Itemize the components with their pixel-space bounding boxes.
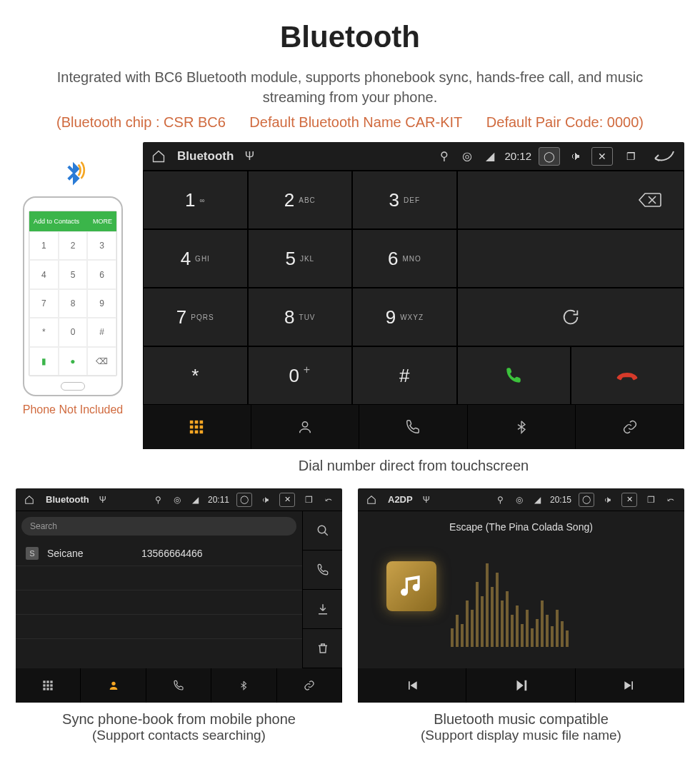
volume-icon[interactable]: 🕩 — [259, 493, 272, 506]
usb-icon: Ψ — [420, 493, 433, 506]
camera-icon[interactable]: ◯ — [236, 493, 252, 507]
svg-point-9 — [302, 422, 307, 427]
svg-point-20 — [111, 682, 115, 685]
contact-badge: S — [26, 547, 39, 560]
redial-button[interactable] — [457, 288, 684, 346]
key-6[interactable]: 6MNO — [352, 229, 457, 288]
svg-rect-15 — [47, 684, 49, 686]
dialer-clock: 20:12 — [504, 150, 531, 162]
nav-recents[interactable] — [146, 668, 211, 703]
bluetooth-icon: ⚲ — [494, 493, 507, 506]
svg-rect-2 — [200, 421, 204, 424]
svg-rect-16 — [51, 684, 53, 686]
nav-bluetooth[interactable] — [468, 405, 576, 449]
key-9[interactable]: 9WXYZ — [352, 288, 457, 346]
home-icon[interactable] — [23, 493, 36, 506]
nav-keypad[interactable] — [16, 668, 81, 703]
back-icon[interactable] — [649, 148, 677, 165]
key-0[interactable]: 0+ — [248, 346, 353, 405]
music-panel: A2DP Ψ ⚲ ◎ ◢ 20:15 ◯ 🕩 ✕ ❐ ⤺ Escape (The… — [358, 488, 684, 703]
pb-side-actions — [302, 511, 342, 668]
camera-icon[interactable]: ◯ — [579, 493, 594, 507]
page-description: Integrated with BC6 Bluetooth module, su… — [0, 67, 700, 107]
key-star[interactable]: * — [143, 346, 248, 405]
dialer-statusbar: Bluetooth Ψ ⚲ ◎ ◢ 20:12 ◯ 🕩 ✕ ❐ — [143, 142, 684, 171]
chip-part-b: Default Bluetooth Name CAR-KIT — [249, 114, 462, 130]
empty-row — [16, 615, 302, 639]
bluetooth-icon: ⚲ — [152, 493, 165, 506]
chip-info: (Bluetooth chip : CSR BC6 Default Blueto… — [0, 114, 700, 131]
key-3[interactable]: 3DEF — [352, 171, 457, 229]
back-icon[interactable]: ⤺ — [664, 493, 677, 506]
album-art-icon — [386, 561, 436, 611]
svg-rect-17 — [44, 688, 46, 690]
close-icon[interactable]: ✕ — [279, 493, 295, 507]
nav-keypad[interactable] — [143, 405, 251, 449]
svg-rect-1 — [195, 421, 199, 424]
back-icon[interactable]: ⤺ — [322, 493, 335, 506]
music-caption: Bluetooth music compatible (Support disp… — [358, 711, 684, 743]
music-statusbar: A2DP Ψ ⚲ ◎ ◢ 20:15 ◯ 🕩 ✕ ❐ ⤺ — [358, 488, 684, 511]
phone-home-button — [61, 382, 85, 391]
key-1[interactable]: 1∞ — [143, 171, 248, 229]
prev-button[interactable] — [358, 668, 466, 703]
backspace-button[interactable] — [457, 171, 684, 229]
download-icon[interactable] — [303, 590, 342, 629]
search-input[interactable]: Search — [21, 517, 296, 536]
svg-rect-8 — [200, 431, 204, 434]
song-title: Escape (The Pina Colada Song) — [449, 521, 593, 533]
dialer-caption: Dial number direct from touchscreen — [143, 458, 684, 474]
key-4[interactable]: 4GHI — [143, 229, 248, 288]
key-8[interactable]: 8TUV — [248, 288, 353, 346]
nav-link[interactable] — [277, 668, 342, 703]
call-icon[interactable] — [303, 551, 342, 590]
volume-icon[interactable]: 🕩 — [601, 493, 614, 506]
delete-icon[interactable] — [303, 629, 342, 668]
phone-mini-keypad: 123 456 789 *0# ▮●⌫ — [29, 231, 116, 376]
nav-recents[interactable] — [359, 405, 468, 449]
nav-link[interactable] — [576, 405, 684, 449]
svg-rect-14 — [44, 684, 46, 686]
location-icon: ◎ — [459, 148, 476, 165]
call-button[interactable] — [457, 346, 571, 405]
wifi-icon: ◢ — [189, 493, 202, 506]
svg-rect-11 — [44, 680, 46, 683]
key-7[interactable]: 7PQRS — [143, 288, 248, 346]
phone-caption: Phone Not Included — [16, 403, 130, 416]
key-2[interactable]: 2ABC — [248, 171, 353, 229]
search-icon[interactable] — [303, 511, 342, 551]
svg-rect-0 — [190, 421, 194, 424]
play-pause-button[interactable] — [466, 668, 575, 703]
next-button[interactable] — [576, 668, 684, 703]
pb-statusbar: Bluetooth Ψ ⚲ ◎ ◢ 20:11 ◯ 🕩 ✕ ❐ ⤺ — [16, 488, 342, 511]
key-5[interactable]: 5JKL — [248, 229, 353, 288]
svg-rect-3 — [190, 426, 194, 429]
wifi-icon: ◢ — [481, 148, 499, 165]
home-icon[interactable] — [365, 493, 378, 506]
home-icon[interactable] — [150, 148, 167, 165]
contact-row[interactable]: S Seicane 13566664466 — [16, 541, 302, 566]
usb-icon: Ψ — [96, 493, 109, 506]
camera-icon[interactable]: ◯ — [539, 147, 560, 166]
svg-rect-13 — [51, 680, 53, 683]
music-clock: 20:15 — [550, 495, 571, 505]
empty-cell — [457, 229, 684, 288]
usb-icon: Ψ — [241, 148, 258, 165]
music-column: A2DP Ψ ⚲ ◎ ◢ 20:15 ◯ 🕩 ✕ ❐ ⤺ Escape (The… — [358, 488, 684, 743]
bluetooth-icon: ⚲ — [436, 148, 453, 165]
svg-rect-6 — [190, 431, 194, 434]
recents-icon[interactable]: ❐ — [620, 147, 641, 166]
phone-more-label: MORE — [93, 218, 112, 225]
chip-part-a: (Bluetooth chip : CSR BC6 — [56, 114, 226, 130]
nav-contacts[interactable] — [81, 668, 146, 703]
close-icon[interactable]: ✕ — [591, 147, 613, 166]
recents-icon[interactable]: ❐ — [302, 493, 315, 506]
close-icon[interactable]: ✕ — [621, 493, 637, 507]
recents-icon[interactable]: ❐ — [644, 493, 657, 506]
key-hash[interactable]: # — [352, 346, 457, 405]
dialer-panel: Bluetooth Ψ ⚲ ◎ ◢ 20:12 ◯ 🕩 ✕ ❐ 1∞ 2ABC — [143, 142, 684, 449]
volume-icon[interactable]: 🕩 — [567, 148, 584, 165]
nav-contacts[interactable] — [251, 405, 360, 449]
nav-bluetooth[interactable] — [211, 668, 276, 703]
hangup-button[interactable] — [571, 346, 684, 405]
